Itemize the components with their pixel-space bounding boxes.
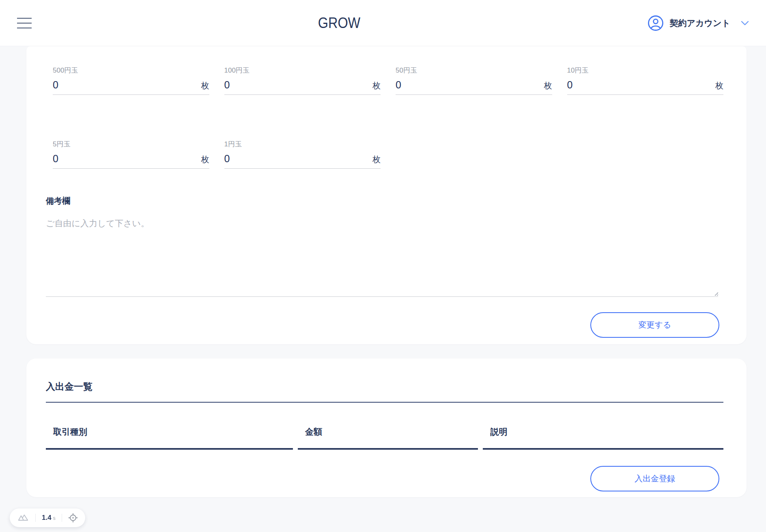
coin-count-input-500[interactable] (53, 79, 201, 91)
logo-container: GROW (32, 15, 647, 32)
user-avatar-icon (647, 15, 664, 32)
coin-form-actions: 変更する (53, 312, 723, 338)
coin-unit-label: 枚 (372, 80, 381, 91)
transactions-card: 入出金一覧 取引種別 金額 説明 入出金登録 (26, 358, 747, 497)
hamburger-icon (17, 18, 32, 19)
title-divider (46, 402, 723, 403)
coin-unit-label: 枚 (372, 154, 381, 165)
coin-field-label: 1円玉 (224, 139, 381, 149)
coin-count-input-50[interactable] (396, 79, 544, 91)
transactions-actions: 入出金登録 (46, 466, 723, 491)
table-header-row: 取引種別 金額 説明 (46, 426, 723, 450)
coin-field-10: 10円玉 枚 (567, 66, 724, 95)
coin-input-row: 枚 (53, 79, 209, 95)
coin-field-label: 50円玉 (396, 66, 552, 75)
column-header-type: 取引種別 (46, 426, 293, 450)
main-content: 500円玉 枚 100円玉 枚 50円玉 枚 (0, 46, 766, 497)
devtools-toggle-button[interactable] (17, 514, 29, 522)
coin-input-row: 枚 (567, 79, 724, 95)
coin-field-500: 500円玉 枚 (53, 66, 209, 95)
coin-grid: 500円玉 枚 100円玉 枚 50円玉 枚 (53, 66, 723, 169)
app-header: GROW 契約アカウント (0, 0, 766, 46)
register-button[interactable]: 入出金登録 (590, 466, 719, 491)
chevron-down-icon (741, 21, 749, 26)
remarks-section: 備考欄 (46, 195, 723, 297)
column-header-amount: 金額 (298, 426, 478, 450)
remarks-textarea[interactable] (46, 217, 718, 297)
badge-divider (35, 514, 36, 522)
coin-unit-label: 枚 (715, 80, 723, 91)
render-time: 1.4 s (42, 514, 56, 522)
coin-unit-label: 枚 (201, 80, 209, 91)
remarks-label: 備考欄 (46, 195, 723, 206)
render-time-value: 1.4 (42, 514, 52, 522)
transactions-title: 入出金一覧 (46, 380, 723, 393)
coin-field-100: 100円玉 枚 (224, 66, 381, 95)
coin-field-50: 50円玉 枚 (396, 66, 552, 95)
coin-count-input-10[interactable] (567, 79, 716, 91)
coin-input-row: 枚 (224, 79, 381, 95)
coin-field-label: 5円玉 (53, 139, 209, 149)
account-menu[interactable]: 契約アカウント (647, 15, 749, 32)
hamburger-icon (17, 28, 32, 28)
menu-button[interactable] (17, 17, 32, 29)
coin-field-5: 5円玉 枚 (53, 139, 209, 169)
mountains-icon (17, 514, 29, 522)
coin-input-row: 枚 (396, 79, 552, 95)
textarea-resize-handle[interactable] (714, 292, 718, 296)
account-label: 契約アカウント (670, 17, 730, 29)
transactions-table: 取引種別 金額 説明 (41, 426, 728, 450)
coin-unit-label: 枚 (201, 154, 209, 165)
coin-input-row: 枚 (224, 153, 381, 169)
change-button[interactable]: 変更する (590, 312, 719, 338)
coin-field-label: 100円玉 (224, 66, 381, 75)
coin-field-1: 1円玉 枚 (224, 139, 381, 169)
coin-count-input-1[interactable] (224, 153, 373, 165)
badge-divider (62, 514, 62, 522)
crosshair-icon (68, 513, 78, 523)
devtools-badge: 1.4 s (10, 508, 85, 527)
coin-field-label: 500円玉 (53, 66, 209, 75)
coin-count-input-5[interactable] (53, 153, 201, 165)
render-time-unit: s (53, 515, 56, 521)
hamburger-icon (17, 23, 32, 24)
coin-count-input-100[interactable] (224, 79, 373, 91)
app-logo[interactable]: GROW (318, 15, 360, 32)
coin-input-row: 枚 (53, 153, 209, 169)
coin-field-label: 10円玉 (567, 66, 724, 75)
remarks-area-wrap (46, 217, 718, 297)
inspect-button[interactable] (68, 513, 78, 523)
coin-form-card: 500円玉 枚 100円玉 枚 50円玉 枚 (26, 46, 747, 344)
column-header-description: 説明 (483, 426, 723, 450)
coin-unit-label: 枚 (544, 80, 552, 91)
